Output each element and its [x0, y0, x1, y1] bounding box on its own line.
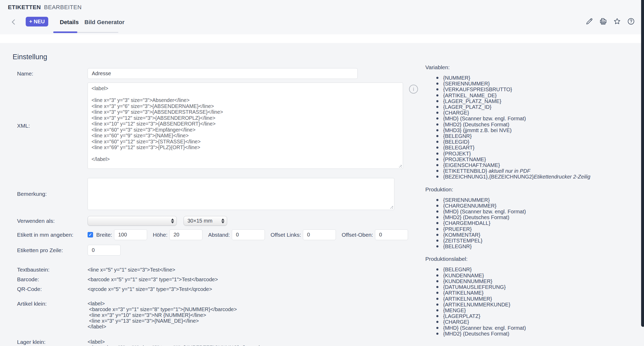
variable-item: {MHD2} (Deutsches Format) — [425, 331, 643, 337]
edit-pencil-icon[interactable] — [585, 17, 593, 25]
active-tab-underline — [53, 31, 77, 33]
variable-item: {ARTIKEL_NAME_DE} — [425, 93, 643, 98]
variable-item: {NUMMER} — [425, 75, 643, 81]
help-icon[interactable] — [627, 17, 635, 25]
variable-item: {BELEGNR} — [425, 244, 643, 249]
name-input[interactable] — [88, 68, 358, 79]
separator-band — [0, 34, 644, 43]
bemerkung-label: Bemerkung: — [17, 191, 88, 197]
select-arrows-icon — [221, 218, 224, 223]
lager-klein-label: Lager klein: — [17, 339, 88, 345]
lager-klein-value: <label> <barcode x="3" y="1" size="8" ty… — [88, 339, 266, 346]
variable-item: {PRUEFER} — [425, 226, 643, 232]
variable-item: {PROJEKTNAME} — [425, 156, 643, 162]
etiketten-pro-zeile-input[interactable] — [88, 245, 121, 256]
info-icon[interactable]: i — [409, 85, 418, 94]
verwenden-als-selects: 30×15 mm — [88, 216, 227, 226]
variable-item: {BELEGNR} — [425, 133, 643, 139]
xml-textarea[interactable]: <label> <line x="3" y="3" size="3">Absen… — [88, 83, 403, 169]
offset-links-input[interactable] — [303, 229, 336, 240]
variable-item: {DATUMAUSLIEFERUNG} — [425, 284, 643, 290]
xml-label: XML: — [17, 123, 88, 129]
star-favorite-icon[interactable] — [613, 17, 621, 25]
variable-item: {ARTIKELNAME} — [425, 290, 643, 296]
offset-oben-input[interactable] — [375, 229, 408, 240]
size-select-value: 30×15 mm — [187, 218, 212, 224]
variable-item: {ARTIKELNUMMER} — [425, 296, 643, 302]
variable-item: {BELEGART} — [425, 145, 643, 150]
variable-item: {BELEGID} — [425, 139, 643, 145]
bemerkung-textarea-wrap — [88, 178, 394, 210]
variable-item: {LAGER_PLATZ_ID} — [425, 104, 643, 110]
name-label: Name: — [17, 71, 88, 77]
breite-label: Breite: — [96, 232, 112, 238]
qr-code-value: <qrcode x="5" y="1" size="3" type="3">Te… — [88, 286, 212, 292]
header-actions — [585, 17, 635, 25]
variable-item: {ZEITSTEMPEL} — [425, 238, 643, 244]
textbaustein-label: Textbaustein: — [17, 267, 88, 273]
etiketten-edit-screen: ETIKETTENBEARBEITEN + NEU Details Bild G… — [0, 0, 644, 346]
offset-oben-label: Offset-Oben: — [342, 232, 373, 238]
variablen-title: Variablen: — [425, 64, 643, 71]
header: ETIKETTENBEARBEITEN + NEU Details Bild G… — [0, 0, 644, 34]
new-button[interactable]: + NEU — [26, 17, 48, 26]
variable-item: {VERKAUFSPREISBRUTTO} — [425, 87, 643, 92]
offset-links-label: Offset Links: — [271, 232, 301, 238]
tab-bild-generator[interactable]: Bild Generator — [84, 19, 125, 26]
chevron-left-icon — [9, 23, 18, 27]
vertical-scrollbar[interactable] — [641, 0, 644, 327]
variablen-list: {NUMMER}{SERIENNUMMER}{VERKAUFSPREISBRUT… — [425, 75, 643, 180]
breite-input[interactable] — [114, 229, 147, 240]
variable-item: {SERIENNUMMER} — [425, 197, 643, 203]
qr-code-label: QR-Code: — [17, 286, 88, 292]
barcode-label: Barcode: — [17, 276, 88, 283]
variable-item: {MENGE} — [425, 307, 643, 313]
format-select[interactable] — [88, 216, 177, 226]
hoehe-label: Höhe: — [153, 232, 168, 238]
barcode-value: <barcode x="5" y="1" size="3" type="1">T… — [88, 277, 218, 283]
variable-item: {MHD2} (Deutsches Format) — [425, 122, 643, 127]
variable-item: {MHD3} (jjmmtt z.B. bei NVE) — [425, 127, 643, 133]
variable-item: {ETIKETTENBILD} aktuell nur in PDF — [425, 168, 643, 174]
variable-item: {MHD} (Scanner bzw. engl. Format) — [425, 325, 643, 331]
mm-fields: ✓ Breite: Höhe: Abstand: Offset Links: O… — [88, 229, 408, 240]
verwenden-als-label: Verwenden als: — [17, 218, 88, 224]
etikett-mm-label: Etikett in mm angeben: — [17, 232, 88, 238]
tab-underline-track — [77, 32, 118, 33]
xml-textarea-wrap: <label> <line x="3" y="3" size="3">Absen… — [88, 83, 403, 169]
hoehe-input[interactable] — [169, 229, 202, 240]
textbaustein-value: <line x="5" y="1" size="3">Test</line> — [88, 267, 175, 273]
bemerkung-textarea[interactable] — [88, 178, 394, 210]
variable-item: {PROJEKT} — [425, 151, 643, 156]
variable-item: {EIGENSCHAFT:NAME} — [425, 162, 643, 168]
variable-item: {CHARGE} — [425, 110, 643, 116]
variable-item: {ARTIKELNUMMERKUNDE} — [425, 302, 643, 307]
variable-item: {CHARGEMHDALL} — [425, 220, 643, 226]
variable-item: {KUNDENNUMMER} — [425, 278, 643, 284]
variable-item: {MHD2} (Deutsches Format) — [425, 214, 643, 220]
variable-item: {KOMMENTAR} — [425, 232, 643, 238]
printer-icon[interactable] — [599, 17, 607, 25]
variable-item: {BELEGNR} — [425, 267, 643, 272]
produktion-title: Produktion: — [425, 186, 643, 193]
breadcrumb: ETIKETTENBEARBEITEN — [8, 4, 82, 11]
back-button[interactable] — [9, 18, 18, 26]
variable-item: {CHARGENNUMMER} — [425, 203, 643, 209]
abstand-label: Abstand: — [208, 232, 230, 238]
etiketten-pro-zeile-label: Etiketten pro Zeile: — [17, 247, 88, 253]
variable-item: {BEZEICHNUNG1},{BEZEICHNUNG2}Etikettendr… — [425, 174, 643, 180]
variable-item: {KUNDENNAME} — [425, 273, 643, 278]
abstand-input[interactable] — [232, 229, 265, 240]
etikett-mm-checkbox[interactable]: ✓ — [88, 232, 93, 237]
produktionslabel-list: {BELEGNR}{KUNDENNAME}{KUNDENNUMMER}{DATU… — [425, 267, 643, 336]
variable-item: {LAGER_PLATZ_NAME} — [425, 98, 643, 104]
size-select[interactable]: 30×15 mm — [184, 216, 227, 226]
artikel-klein-label: Artikel klein: — [17, 301, 88, 307]
page-title: ETIKETTEN — [8, 4, 41, 10]
artikel-klein-value: <label> <barcode x="3" y="1" size="8" ty… — [88, 301, 237, 329]
tab-details[interactable]: Details — [60, 19, 79, 26]
variables-panel: Variablen: {NUMMER}{SERIENNUMMER}{VERKAU… — [425, 64, 643, 343]
variable-item: {LAGERPLATZ} — [425, 313, 643, 319]
variable-item: {CHARGE} — [425, 319, 643, 325]
section-title: Einstellung — [0, 43, 644, 61]
